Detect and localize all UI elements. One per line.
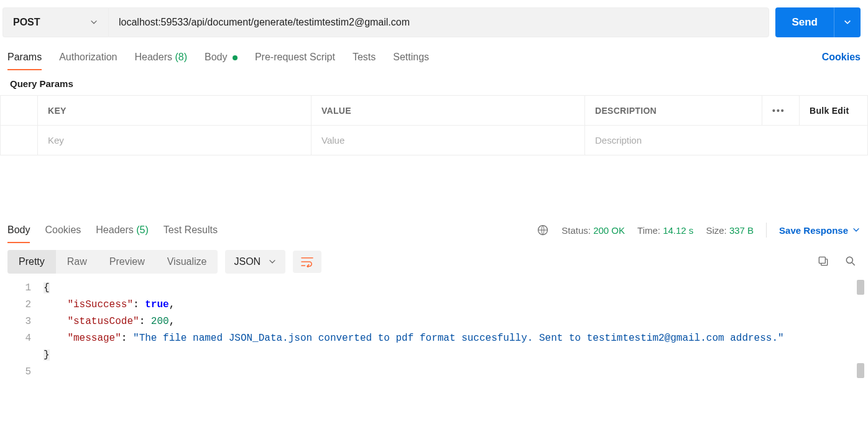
time-label: Time: 14.12 s — [637, 225, 693, 236]
tab-headers[interactable]: Headers (8) — [135, 45, 188, 69]
scrollbar-thumb[interactable] — [857, 363, 864, 378]
bulk-edit-button[interactable]: Bulk Edit — [800, 96, 868, 126]
body-indicator-icon — [233, 55, 238, 60]
search-button[interactable] — [841, 251, 861, 273]
table-row: Key Value Description — [1, 126, 868, 155]
format-segmented: Pretty Raw Preview Visualize — [7, 250, 218, 274]
wrap-icon — [300, 256, 314, 267]
copy-button[interactable] — [813, 251, 833, 273]
divider — [766, 223, 767, 238]
http-method-select[interactable]: POST — [2, 7, 108, 37]
copy-icon — [817, 255, 829, 267]
chevron-down-icon — [268, 257, 277, 266]
format-pretty[interactable]: Pretty — [7, 250, 56, 274]
value-header: VALUE — [312, 96, 585, 126]
search-icon — [844, 255, 857, 267]
response-body: 1 2 3 4 5 { "isSuccess": true, "statusCo… — [0, 276, 868, 381]
response-tab-body[interactable]: Body — [7, 218, 30, 242]
svg-rect-2 — [819, 257, 825, 263]
format-raw[interactable]: Raw — [56, 250, 98, 274]
chevron-down-icon — [852, 226, 861, 234]
language-select[interactable]: JSON — [225, 250, 285, 274]
chevron-down-icon — [90, 18, 98, 27]
line-gutter: 1 2 3 4 5 — [0, 280, 44, 381]
format-preview[interactable]: Preview — [98, 250, 156, 274]
headers-count: (8) — [175, 52, 187, 62]
response-tab-test-results[interactable]: Test Results — [164, 218, 218, 242]
tab-prerequest[interactable]: Pre-request Script — [255, 45, 335, 69]
status-value: 200 OK — [593, 225, 625, 236]
response-headers-count: (5) — [136, 224, 149, 235]
save-response-button[interactable]: Save Response — [779, 225, 861, 236]
key-header: KEY — [38, 96, 312, 126]
svg-point-3 — [846, 257, 852, 263]
cookies-link[interactable]: Cookies — [822, 52, 861, 63]
chevron-down-icon — [843, 18, 852, 27]
tab-tests[interactable]: Tests — [353, 45, 376, 69]
url-input[interactable]: localhost:59533/api/document/generate/te… — [108, 7, 769, 37]
response-tab-headers[interactable]: Headers (5) — [96, 218, 149, 242]
key-input[interactable]: Key — [38, 126, 312, 155]
url-value: localhost:59533/api/document/generate/te… — [119, 17, 410, 28]
scrollbar-thumb[interactable] — [857, 280, 864, 295]
size-value: 337 B — [729, 225, 754, 236]
send-options-button[interactable] — [834, 7, 861, 37]
http-method-value: POST — [13, 17, 40, 28]
globe-icon[interactable] — [537, 224, 549, 236]
tab-params[interactable]: Params — [7, 45, 42, 69]
description-header: DESCRIPTION — [585, 96, 762, 126]
tab-authorization[interactable]: Authorization — [59, 45, 117, 69]
row-checkbox[interactable] — [1, 126, 38, 155]
wrap-lines-button[interactable] — [293, 251, 321, 273]
query-params-title: Query Params — [0, 71, 868, 95]
query-params-table: KEY VALUE DESCRIPTION ••• Bulk Edit Key … — [0, 95, 868, 155]
checkbox-header — [1, 96, 38, 126]
response-tab-cookies[interactable]: Cookies — [45, 218, 81, 242]
status-label: Status: 200 OK — [561, 225, 625, 236]
time-value: 14.12 s — [663, 225, 693, 236]
size-label: Size: 337 B — [706, 225, 754, 236]
format-visualize[interactable]: Visualize — [156, 250, 218, 274]
value-input[interactable]: Value — [312, 126, 585, 155]
tab-settings[interactable]: Settings — [393, 45, 429, 69]
tab-body[interactable]: Body — [205, 45, 238, 69]
description-input[interactable]: Description — [585, 126, 868, 155]
code-content[interactable]: { "isSuccess": true, "statusCode": 200, … — [44, 280, 868, 381]
more-icon: ••• — [772, 106, 785, 116]
send-button[interactable]: Send — [775, 7, 834, 37]
columns-options[interactable]: ••• — [762, 96, 800, 126]
